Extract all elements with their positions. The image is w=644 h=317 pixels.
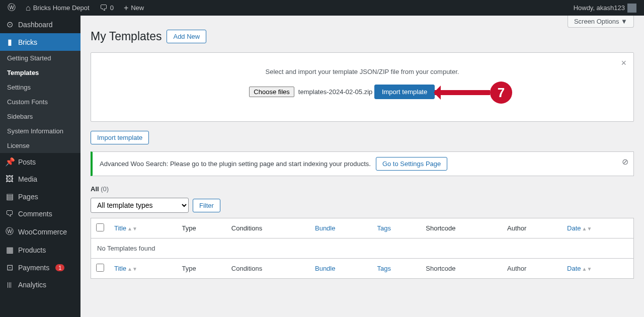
submenu-system-information[interactable]: System Information xyxy=(0,124,80,138)
annotation-step-7: 7 xyxy=(435,82,512,104)
menu-dashboard[interactable]: ⊙Dashboard xyxy=(0,16,80,33)
col-shortcode: Shortcode xyxy=(421,218,502,239)
sort-icon: ▲▼ xyxy=(127,266,137,272)
admin-sidebar: ⊙Dashboard ▮Bricks Getting Started Templ… xyxy=(0,16,80,317)
bricks-submenu: Getting Started Templates Settings Custo… xyxy=(0,51,80,153)
woo-icon: ⓦ xyxy=(5,226,14,237)
col-conditions-footer: Conditions xyxy=(226,259,310,279)
submenu-getting-started[interactable]: Getting Started xyxy=(0,51,80,65)
select-all-checkbox[interactable] xyxy=(96,223,104,231)
home-icon: ⌂ xyxy=(26,4,31,13)
import-intro: Select and import your template JSON/ZIP… xyxy=(101,68,623,75)
sort-icon: ▲▼ xyxy=(127,226,137,231)
step-number: 7 xyxy=(490,82,512,104)
media-icon: 🖾 xyxy=(5,175,14,184)
admin-toolbar: ⓦ ⌂Bricks Home Depot 🗨0 +New Howdy, akas… xyxy=(0,0,644,16)
col-date[interactable]: Date xyxy=(567,224,581,232)
menu-products[interactable]: ▦Products xyxy=(0,241,80,259)
screen-options-toggle[interactable]: Screen Options ▼ xyxy=(568,16,634,28)
add-new-button[interactable]: Add New xyxy=(167,30,206,43)
col-date-footer[interactable]: Date xyxy=(567,265,581,272)
site-name: Bricks Home Depot xyxy=(33,4,90,12)
menu-analytics[interactable]: ⫼Analytics xyxy=(0,276,80,293)
comment-icon: 🗨 xyxy=(5,209,14,218)
templates-table: Title▲▼ Type Conditions Bundle Tags Shor… xyxy=(91,218,634,279)
arrow-icon xyxy=(435,90,490,95)
col-bundle[interactable]: Bundle xyxy=(315,224,335,232)
wp-logo[interactable]: ⓦ xyxy=(4,0,19,16)
menu-payments[interactable]: ⊡Payments1 xyxy=(0,259,80,276)
no-items-row: No Templates found xyxy=(91,239,634,259)
select-all-checkbox-footer[interactable] xyxy=(96,264,104,272)
dismiss-icon[interactable]: ⊘ xyxy=(622,157,628,167)
close-icon[interactable]: × xyxy=(621,58,626,68)
site-name-link[interactable]: ⌂Bricks Home Depot xyxy=(22,0,93,16)
submenu-templates[interactable]: Templates xyxy=(0,65,80,80)
import-template-trigger[interactable]: Import template xyxy=(91,131,149,144)
wordpress-icon: ⓦ xyxy=(8,3,16,13)
menu-bricks[interactable]: ▮Bricks xyxy=(0,33,80,51)
new-label: New xyxy=(131,4,144,12)
bricks-icon: ▮ xyxy=(5,37,14,47)
menu-posts[interactable]: 📌Posts xyxy=(0,153,80,171)
comments-count: 0 xyxy=(110,4,114,12)
col-tags-footer[interactable]: Tags xyxy=(377,265,390,272)
col-bundle-footer[interactable]: Bundle xyxy=(315,265,335,272)
col-type: Type xyxy=(177,218,226,239)
view-all-link[interactable]: All (0) xyxy=(91,185,634,193)
filter-button[interactable]: Filter xyxy=(193,199,220,212)
col-shortcode-footer: Shortcode xyxy=(421,259,502,279)
screen-options-wrap: Screen Options ▼ xyxy=(568,16,634,28)
choose-files-button[interactable]: Choose files xyxy=(249,87,294,97)
selected-file-name: templates-2024-02-05.zip xyxy=(298,88,372,96)
analytics-icon: ⫼ xyxy=(5,280,14,289)
sort-icon: ▲▼ xyxy=(582,266,592,272)
howdy-text: Howdy, akash123 xyxy=(574,4,625,12)
import-panel: × Select and import your template JSON/Z… xyxy=(91,52,634,122)
menu-woocommerce[interactable]: ⓦWooCommerce xyxy=(0,222,80,241)
menu-media[interactable]: 🖾Media xyxy=(0,171,80,188)
col-tags[interactable]: Tags xyxy=(377,224,390,232)
submenu-sidebars[interactable]: Sidebars xyxy=(0,109,80,124)
comments-link[interactable]: 🗨0 xyxy=(96,0,117,16)
pin-icon: 📌 xyxy=(5,157,14,167)
plus-icon: + xyxy=(124,4,128,13)
submenu-settings[interactable]: Settings xyxy=(0,80,80,95)
main-content: Screen Options ▼ My Templates Add New × … xyxy=(80,16,644,317)
col-type-footer: Type xyxy=(177,259,226,279)
menu-comments[interactable]: 🗨Comments xyxy=(0,205,80,222)
col-title-footer[interactable]: Title xyxy=(114,265,126,272)
comment-icon: 🗨 xyxy=(100,4,108,13)
col-title[interactable]: Title xyxy=(114,224,126,232)
submenu-custom-fonts[interactable]: Custom Fonts xyxy=(0,95,80,109)
avatar-icon xyxy=(627,4,636,13)
aws-notice: Advanced Woo Search: Please go to the pl… xyxy=(91,151,634,176)
col-conditions: Conditions xyxy=(226,218,310,239)
template-type-filter[interactable]: All template types xyxy=(91,198,189,213)
notice-text: Advanced Woo Search: Please go to the pl… xyxy=(100,160,371,168)
page-icon: ▤ xyxy=(5,192,14,201)
sort-icon: ▲▼ xyxy=(582,226,592,231)
col-author: Author xyxy=(502,218,562,239)
page-title: My Templates xyxy=(91,30,162,43)
new-content-link[interactable]: +New xyxy=(120,0,147,16)
payments-badge: 1 xyxy=(55,264,64,271)
import-template-button[interactable]: Import template xyxy=(374,85,435,99)
go-to-settings-button[interactable]: Go to Settings Page xyxy=(376,157,447,171)
dashboard-icon: ⊙ xyxy=(5,20,14,29)
payments-icon: ⊡ xyxy=(5,263,14,272)
products-icon: ▦ xyxy=(5,245,14,255)
user-greeting[interactable]: Howdy, akash123 xyxy=(570,0,640,16)
submenu-license[interactable]: License xyxy=(0,138,80,153)
col-author-footer: Author xyxy=(502,259,562,279)
menu-pages[interactable]: ▤Pages xyxy=(0,188,80,205)
